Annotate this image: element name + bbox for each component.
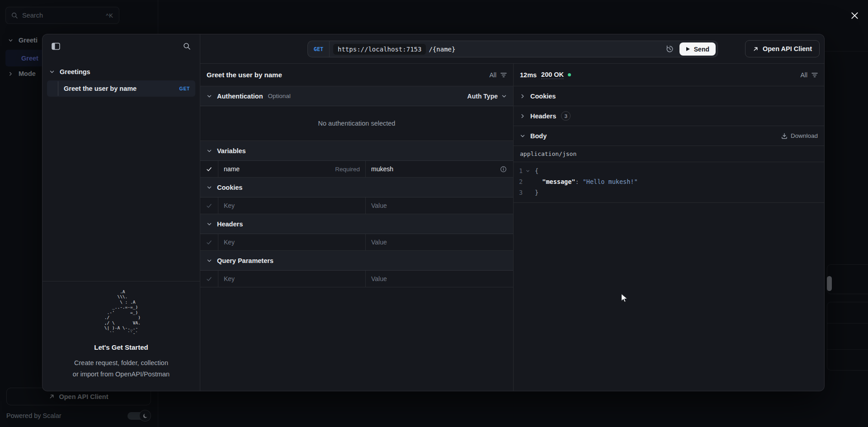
- section-query-parameters[interactable]: Query Parameters: [200, 251, 513, 271]
- fold-chevron-icon[interactable]: [526, 169, 535, 173]
- info-button[interactable]: [499, 165, 508, 174]
- row-enabled-checkbox[interactable]: [200, 234, 218, 250]
- request-item-greet-user[interactable]: Greet the user by name GET: [47, 80, 195, 97]
- row-enabled-checkbox[interactable]: [200, 197, 218, 214]
- response-status[interactable]: 200 OK: [541, 71, 564, 79]
- history-button[interactable]: [664, 43, 675, 55]
- open-api-client-button[interactable]: Open API Client: [745, 40, 820, 57]
- request-item-label: Greet the user by name: [64, 85, 137, 92]
- header-key-cell: [218, 234, 366, 250]
- header-value-input[interactable]: [371, 239, 508, 246]
- row-enabled-checkbox[interactable]: [200, 271, 218, 287]
- cookie-key-input[interactable]: [224, 202, 360, 209]
- chevron-down-icon: [49, 69, 55, 75]
- download-button[interactable]: Download: [781, 132, 818, 139]
- section-cookies[interactable]: Cookies: [200, 178, 513, 197]
- send-label: Send: [694, 46, 709, 53]
- section-variables[interactable]: Variables: [200, 141, 513, 161]
- open-api-client-label: Open API Client: [763, 45, 812, 52]
- row-enabled-checkbox[interactable]: [200, 161, 218, 177]
- chevron-right-icon: [520, 113, 525, 119]
- response-body-code[interactable]: 1 { 2 "message": "Hello: [514, 162, 824, 203]
- collection-group-greetings[interactable]: Greetings: [42, 65, 200, 79]
- header-value-cell: [366, 234, 513, 250]
- empty-state-line2: or import from OpenAPI/Postman: [49, 369, 193, 380]
- address-bar[interactable]: GET https://localhost:7153 /{name} Send: [307, 41, 718, 57]
- panel-toggle-icon: [52, 42, 60, 50]
- chevron-down-icon: [207, 185, 212, 190]
- check-icon: [206, 166, 212, 172]
- cookie-row-empty: [200, 197, 513, 214]
- collection-group-label: Greetings: [60, 68, 90, 75]
- request-filter[interactable]: All: [489, 71, 507, 79]
- json-string-value: "Hello mukesh!": [583, 178, 638, 185]
- variable-value: mukesh: [371, 165, 393, 173]
- info-icon: [500, 166, 507, 173]
- authentication-optional-badge: Optional: [268, 93, 291, 99]
- chevron-down-icon: [207, 148, 212, 154]
- code-token: {: [535, 167, 538, 174]
- response-section-cookies[interactable]: Cookies: [514, 86, 824, 106]
- cookie-key-cell: [218, 197, 366, 214]
- download-label: Download: [791, 132, 818, 139]
- response-content-type: application/json: [514, 146, 824, 162]
- code-line-2: 2 "message": "Hello mukesh!": [514, 176, 824, 187]
- line-number: 3: [519, 189, 526, 196]
- request-panel: Greet the user by name All Authenticatio…: [200, 64, 514, 391]
- query-param-key-cell: [218, 271, 366, 287]
- variable-key: name: [224, 165, 240, 173]
- path-segment[interactable]: /{name}: [429, 46, 455, 53]
- auth-type-dropdown[interactable]: Auth Type: [467, 93, 507, 100]
- request-method-badge: GET: [179, 86, 190, 91]
- query-param-value-cell: [366, 271, 513, 287]
- empty-state-title: Let's Get Started: [49, 343, 193, 351]
- chevron-down-icon: [501, 94, 507, 99]
- auth-type-label: Auth Type: [467, 93, 498, 100]
- header-key-input[interactable]: [224, 239, 360, 246]
- client-search-button[interactable]: [181, 41, 193, 52]
- http-method-label[interactable]: GET: [308, 41, 330, 57]
- base-url-segment[interactable]: https://localhost:7153: [333, 44, 426, 55]
- request-filter-label: All: [489, 71, 496, 79]
- check-icon: [206, 203, 212, 209]
- cookie-value-cell: [366, 197, 513, 214]
- client-sidebar-topbar: [42, 34, 200, 58]
- cookies-label: Cookies: [217, 184, 242, 191]
- request-panel-header: Greet the user by name All: [200, 64, 513, 86]
- check-icon: [206, 239, 212, 245]
- filter-icon: [811, 72, 818, 78]
- response-body-label: Body: [530, 132, 547, 140]
- query-parameters-label: Query Parameters: [217, 257, 274, 264]
- query-param-value-input[interactable]: [371, 275, 508, 282]
- response-section-body[interactable]: Body Download: [514, 126, 824, 146]
- response-cookies-label: Cookies: [530, 93, 556, 100]
- section-headers[interactable]: Headers: [200, 214, 513, 234]
- response-section-headers[interactable]: Headers 3: [514, 106, 824, 126]
- code-token: :: [575, 178, 579, 185]
- client-topbar: GET https://localhost:7153 /{name} Send …: [200, 34, 824, 64]
- variable-key-cell[interactable]: name Required: [218, 161, 366, 177]
- response-filter[interactable]: All: [800, 71, 818, 79]
- sidebar-empty-state: .A \\\. \ : .A _..-.=-=_) .-' =_) ./ ) ,…: [42, 281, 200, 391]
- send-button[interactable]: Send: [679, 42, 716, 56]
- response-panel: 12ms 200 OK All Cookies: [514, 64, 824, 391]
- required-label: Required: [335, 166, 360, 173]
- variable-value-cell[interactable]: mukesh: [366, 161, 513, 177]
- close-icon: [850, 11, 859, 20]
- filter-icon: [500, 72, 507, 78]
- close-modal-button[interactable]: [846, 7, 863, 23]
- variable-row-name: name Required mukesh: [200, 161, 513, 178]
- chevron-right-icon: [520, 94, 525, 99]
- query-param-key-input[interactable]: [224, 275, 360, 282]
- line-number: 1: [519, 167, 526, 174]
- client-panels: Greet the user by name All Authenticatio…: [200, 64, 824, 391]
- variables-label: Variables: [217, 147, 246, 155]
- no-auth-message: No authentication selected: [200, 106, 513, 141]
- sidebar-toggle-button[interactable]: [50, 41, 62, 52]
- check-icon: [206, 276, 212, 282]
- section-authentication[interactable]: Authentication Optional Auth Type: [200, 86, 513, 106]
- response-duration: 12ms: [520, 71, 537, 79]
- cookie-value-input[interactable]: [371, 202, 508, 209]
- chevron-down-icon: [207, 94, 212, 99]
- code-line-1: 1 {: [514, 165, 824, 176]
